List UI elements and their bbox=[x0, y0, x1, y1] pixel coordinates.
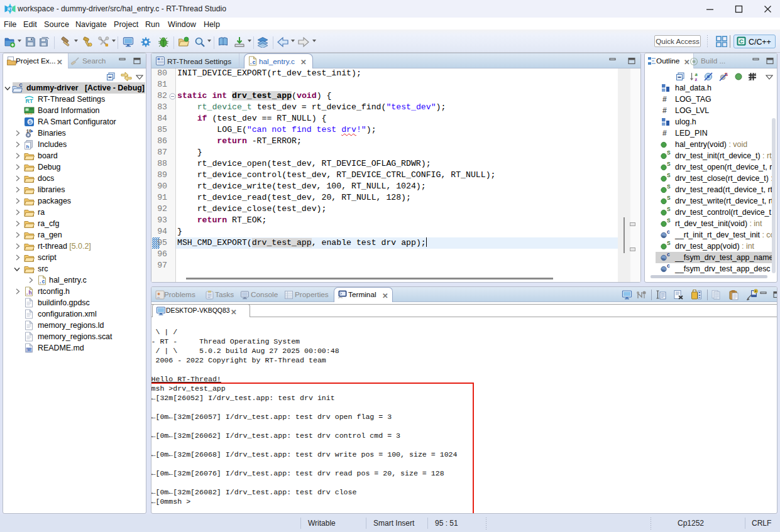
svg-text:.h: .h bbox=[25, 290, 31, 296]
svg-text:z: z bbox=[695, 76, 698, 82]
svg-text:h: h bbox=[26, 144, 30, 149]
svg-text:RT: RT bbox=[26, 98, 33, 104]
svg-text:.c: .c bbox=[249, 60, 255, 66]
svg-text:RT: RT bbox=[8, 7, 13, 11]
svg-text:W: W bbox=[27, 347, 31, 352]
svg-text:.c: .c bbox=[38, 279, 45, 285]
svg-text:S: S bbox=[28, 119, 32, 125]
svg-text:C: C bbox=[19, 83, 22, 87]
svg-text:C: C bbox=[739, 38, 744, 45]
